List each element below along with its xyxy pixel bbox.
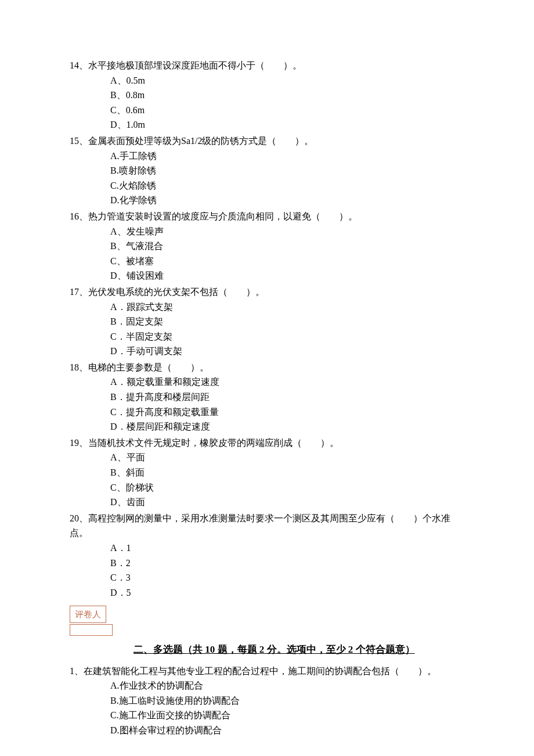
question-19: 19、当随机技术文件无规定时，橡胶皮带的两端应削成（ ）。 A、平面 B、斜面 …: [70, 435, 464, 510]
option-a: A、平面: [110, 450, 464, 465]
reviewer-empty-box: [70, 624, 113, 636]
option-b: B．2: [110, 556, 464, 571]
option-b: B.施工临时设施使用的协调配合: [110, 693, 464, 708]
option-d: D、齿面: [110, 495, 464, 510]
question-18: 18、电梯的主要参数是（ ）。 A．额定载重量和额定速度 B．提升高度和楼层间距…: [70, 360, 464, 434]
multi-question-1: 1、在建筑智能化工程与其他专业工程的配合过程中，施工期间的协调配合包括（ ）。 …: [70, 664, 464, 738]
question-number: 17、: [70, 287, 88, 297]
option-d: D．5: [110, 585, 464, 600]
option-c: C．3: [110, 570, 464, 585]
option-b: B．提升高度和楼层间距: [110, 390, 464, 405]
option-d: D．手动可调支架: [110, 344, 464, 359]
option-a: A．1: [110, 541, 464, 556]
question-number: 20、: [70, 513, 88, 523]
option-d: D、铺设困难: [110, 268, 464, 283]
question-text: 当随机技术文件无规定时，橡胶皮带的两端应削成（ ）。: [88, 438, 339, 448]
option-b: B．固定支架: [110, 314, 464, 329]
question-text: 电梯的主要参数是（ ）。: [88, 362, 209, 372]
question-number: 15、: [70, 136, 88, 146]
option-a: A.手工除锈: [110, 149, 464, 164]
option-a: A、0.5m: [110, 73, 464, 88]
question-number: 18、: [70, 362, 88, 372]
option-c: C．提升高度和额定载重量: [110, 405, 464, 420]
option-d: D.图样会审过程的协调配合: [110, 723, 464, 738]
option-c: C、被堵塞: [110, 254, 464, 269]
question-text: 高程控制网的测量中，采用水准测量法时要求一个测区及其周围至少应有（ ）个水准点。: [70, 513, 450, 538]
reviewer-label-box: 评卷人: [70, 606, 106, 623]
option-c: C、0.6m: [110, 103, 464, 118]
option-c: C.火焰除锈: [110, 178, 464, 193]
question-number: 16、: [70, 211, 88, 221]
option-a: A.作业技术的协调配合: [110, 678, 464, 693]
question-16: 16、热力管道安装时设置的坡度应与介质流向相同，以避免（ ）。 A、发生噪声 B…: [70, 209, 464, 283]
question-text: 水平接地极顶部埋设深度距地面不得小于（ ）。: [88, 60, 302, 70]
question-number: 19、: [70, 438, 88, 448]
option-a: A．跟踪式支架: [110, 300, 464, 315]
question-text: 热力管道安装时设置的坡度应与介质流向相同，以避免（ ）。: [88, 211, 358, 221]
option-d: D、1.0m: [110, 117, 464, 132]
question-15: 15、金属表面预处理等级为Sa1/2级的防锈方式是（ ）。 A.手工除锈 B.喷…: [70, 134, 464, 208]
question-17: 17、光伏发电系统的光伏支架不包括（ ）。 A．跟踪式支架 B．固定支架 C．半…: [70, 285, 464, 359]
option-a: A．额定载重量和额定速度: [110, 375, 464, 390]
option-b: B、气液混合: [110, 239, 464, 254]
question-number: 14、: [70, 60, 88, 70]
question-text: 在建筑智能化工程与其他专业工程的配合过程中，施工期间的协调配合包括（ ）。: [84, 666, 436, 676]
option-b: B、斜面: [110, 465, 464, 480]
question-20: 20、高程控制网的测量中，采用水准测量法时要求一个测区及其周围至少应有（ ）个水…: [70, 511, 464, 600]
option-c: C、阶梯状: [110, 480, 464, 495]
option-c: C.施工作业面交接的协调配合: [110, 708, 464, 723]
option-b: B.喷射除锈: [110, 163, 464, 178]
question-number: 1、: [70, 666, 84, 676]
question-text: 光伏发电系统的光伏支架不包括（ ）。: [88, 287, 265, 297]
option-a: A、发生噪声: [110, 224, 464, 239]
question-text: 金属表面预处理等级为Sa1/2级的防锈方式是（ ）。: [88, 136, 313, 146]
option-b: B、0.8m: [110, 88, 464, 103]
option-d: D．楼层间距和额定速度: [110, 419, 464, 434]
option-d: D.化学除锈: [110, 193, 464, 208]
reviewer-label: 评卷人: [75, 610, 101, 619]
question-14: 14、水平接地极顶部埋设深度距地面不得小于（ ）。 A、0.5m B、0.8m …: [70, 58, 464, 132]
section-2-heading: 二、多选题（共 10 题，每题 2 分。选项中，至少 2 个符合题意）: [134, 642, 464, 657]
option-c: C．半固定支架: [110, 329, 464, 344]
